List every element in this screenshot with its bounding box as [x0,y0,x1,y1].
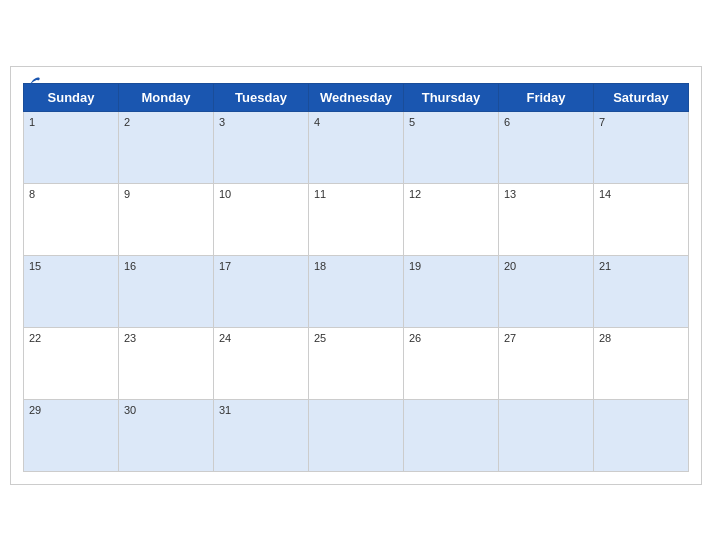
weekday-header-friday: Friday [499,83,594,111]
calendar-cell: 3 [214,111,309,183]
calendar-cell: 6 [499,111,594,183]
bird-icon [23,77,41,91]
day-number: 30 [124,404,136,416]
day-number: 1 [29,116,35,128]
weekday-header-row: SundayMondayTuesdayWednesdayThursdayFrid… [24,83,689,111]
calendar-cell: 26 [404,327,499,399]
logo-area [23,77,41,94]
calendar-cell: 29 [24,399,119,471]
calendar-tbody: 1234567891011121314151617181920212223242… [24,111,689,471]
weekday-header-monday: Monday [119,83,214,111]
day-number: 20 [504,260,516,272]
day-number: 10 [219,188,231,200]
day-number: 22 [29,332,41,344]
calendar-cell: 17 [214,255,309,327]
calendar-cell [499,399,594,471]
calendar-cell: 21 [594,255,689,327]
calendar-cell: 28 [594,327,689,399]
calendar-cell: 12 [404,183,499,255]
day-number: 18 [314,260,326,272]
calendar-week-row: 22232425262728 [24,327,689,399]
calendar-cell: 27 [499,327,594,399]
day-number: 23 [124,332,136,344]
day-number: 31 [219,404,231,416]
calendar-cell: 11 [309,183,404,255]
weekday-header-wednesday: Wednesday [309,83,404,111]
calendar-cell: 1 [24,111,119,183]
calendar-cell [594,399,689,471]
calendar-cell: 8 [24,183,119,255]
calendar-cell: 31 [214,399,309,471]
calendar-cell: 23 [119,327,214,399]
day-number: 7 [599,116,605,128]
calendar-cell: 20 [499,255,594,327]
calendar-cell: 13 [499,183,594,255]
calendar-cell: 7 [594,111,689,183]
calendar-cell: 16 [119,255,214,327]
day-number: 6 [504,116,510,128]
calendar-cell: 18 [309,255,404,327]
day-number: 13 [504,188,516,200]
calendar-cell: 30 [119,399,214,471]
calendar-cell: 9 [119,183,214,255]
day-number: 15 [29,260,41,272]
calendar-cell: 24 [214,327,309,399]
day-number: 16 [124,260,136,272]
day-number: 17 [219,260,231,272]
calendar-cell: 4 [309,111,404,183]
day-number: 4 [314,116,320,128]
calendar-cell: 2 [119,111,214,183]
calendar-container: SundayMondayTuesdayWednesdayThursdayFrid… [10,66,702,485]
day-number: 5 [409,116,415,128]
calendar-thead: SundayMondayTuesdayWednesdayThursdayFrid… [24,83,689,111]
calendar-cell [309,399,404,471]
weekday-header-saturday: Saturday [594,83,689,111]
calendar-cell: 5 [404,111,499,183]
calendar-cell: 10 [214,183,309,255]
calendar-week-row: 15161718192021 [24,255,689,327]
calendar-cell: 15 [24,255,119,327]
day-number: 26 [409,332,421,344]
calendar-week-row: 293031 [24,399,689,471]
calendar-cell: 14 [594,183,689,255]
day-number: 27 [504,332,516,344]
calendar-week-row: 1234567 [24,111,689,183]
calendar-cell: 22 [24,327,119,399]
calendar-table: SundayMondayTuesdayWednesdayThursdayFrid… [23,83,689,472]
day-number: 25 [314,332,326,344]
calendar-week-row: 891011121314 [24,183,689,255]
logo-blue-text [23,77,41,94]
day-number: 19 [409,260,421,272]
day-number: 24 [219,332,231,344]
day-number: 29 [29,404,41,416]
day-number: 9 [124,188,130,200]
day-number: 12 [409,188,421,200]
day-number: 3 [219,116,225,128]
weekday-header-tuesday: Tuesday [214,83,309,111]
day-number: 21 [599,260,611,272]
calendar-cell: 25 [309,327,404,399]
calendar-cell [404,399,499,471]
day-number: 8 [29,188,35,200]
calendar-cell: 19 [404,255,499,327]
day-number: 2 [124,116,130,128]
day-number: 28 [599,332,611,344]
weekday-header-thursday: Thursday [404,83,499,111]
day-number: 11 [314,188,326,200]
day-number: 14 [599,188,611,200]
